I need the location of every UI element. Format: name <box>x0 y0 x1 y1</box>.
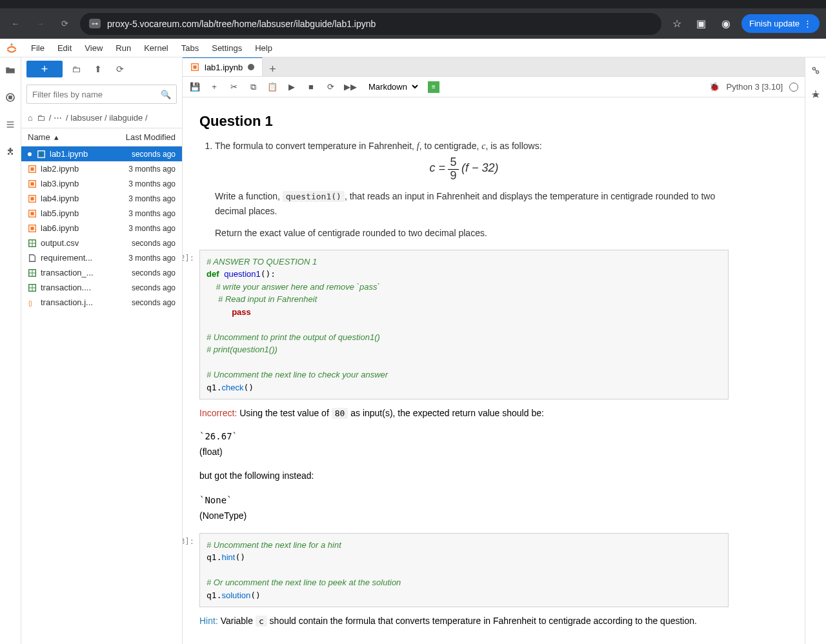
svg-marker-7 <box>40 152 43 156</box>
browser-toolbar: ← → ⟳ ⊶ proxy-5.vocareum.com/lab/tree/ho… <box>0 8 826 39</box>
svg-point-31 <box>816 71 819 74</box>
run-icon[interactable]: ▶ <box>286 82 297 92</box>
cell-type-select[interactable]: Markdown <box>363 80 420 94</box>
svg-line-37 <box>813 96 814 97</box>
url-bar[interactable]: ⊶ proxy-5.vocareum.com/lab/tree/home/lab… <box>80 13 661 35</box>
folder-icon[interactable] <box>4 64 17 77</box>
question-p2: Write a function, question1(), that read… <box>215 189 729 218</box>
stop-icon[interactable]: ■ <box>305 82 317 92</box>
code-cell-1[interactable]: [2]: # ANSWER TO QUESTION 1 def question… <box>183 250 729 400</box>
code-cell-2[interactable]: [3]: # Uncomment the next line for a hin… <box>183 533 729 608</box>
svg-line-38 <box>817 96 818 97</box>
file-row[interactable]: lab4.ipynb3 months ago <box>21 191 182 206</box>
new-launcher-button[interactable]: + <box>26 61 63 77</box>
running-icon[interactable] <box>4 91 17 104</box>
reload-button[interactable]: ⟳ <box>55 15 74 33</box>
file-row[interactable]: transaction....seconds ago <box>21 280 182 295</box>
tab-bar: lab1.ipynb + <box>183 57 805 77</box>
file-row[interactable]: requirement...3 months ago <box>21 250 182 265</box>
right-sidebar <box>805 57 826 644</box>
home-icon[interactable]: ⌂ <box>28 113 33 123</box>
file-list: lab1.ipynbseconds agolab2.ipynb3 months … <box>21 146 182 644</box>
file-row[interactable]: output.csvseconds ago <box>21 236 182 250</box>
menu-run[interactable]: Run <box>110 41 136 55</box>
notebook-icon <box>190 63 199 72</box>
svg-rect-29 <box>193 65 196 68</box>
file-row[interactable]: {}transaction.j...seconds ago <box>21 295 182 310</box>
paste-icon[interactable]: 📋 <box>267 82 278 92</box>
question-p3: Return the exact value of centigrade rou… <box>215 226 729 240</box>
profile-icon[interactable]: ◉ <box>717 17 735 30</box>
new-folder-icon[interactable]: 🗀 <box>68 64 85 74</box>
file-row[interactable]: lab6.ipynb3 months ago <box>21 221 182 236</box>
toc-icon[interactable] <box>4 118 17 131</box>
menu-kernel[interactable]: Kernel <box>139 41 174 55</box>
file-row[interactable]: lab3.ipynb3 months ago <box>21 176 182 191</box>
jupyter-logo-icon <box>5 41 18 54</box>
svg-line-32 <box>815 70 816 70</box>
menu-settings[interactable]: Settings <box>206 41 247 55</box>
svg-rect-2 <box>9 96 12 99</box>
add-tab-button[interactable]: + <box>263 63 283 76</box>
menu-dots-icon: ⋮ <box>803 19 812 28</box>
file-row[interactable]: lab2.ipynb3 months ago <box>21 161 182 176</box>
site-settings-icon[interactable]: ⊶ <box>89 19 101 28</box>
prompt-2: [3]: <box>183 533 199 608</box>
svg-rect-9 <box>30 167 34 170</box>
debugger-icon[interactable] <box>809 88 822 101</box>
breadcrumb[interactable]: ⌂ 🗀 / ⋯ / labsuser / ilabguide / <box>21 108 182 128</box>
filter-input[interactable] <box>32 90 161 99</box>
tab-lab1[interactable]: lab1.ipynb <box>183 57 263 76</box>
sort-up-icon: ▴ <box>54 132 59 142</box>
file-row[interactable]: transaction_...seconds ago <box>21 265 182 280</box>
save-icon[interactable]: 💾 <box>189 82 201 92</box>
breadcrumb-path[interactable]: / labsuser / ilabguide / <box>66 113 147 123</box>
debug-icon[interactable]: 🐞 <box>709 82 720 92</box>
filter-box[interactable]: 🔍 <box>26 85 177 104</box>
svg-rect-15 <box>30 212 34 215</box>
back-button[interactable]: ← <box>6 15 25 33</box>
svg-point-0 <box>10 43 12 45</box>
notebook-scroll[interactable]: Question 1 The formula to convert temper… <box>183 97 805 644</box>
cut-icon[interactable]: ✂ <box>228 82 239 92</box>
col-modified[interactable]: Last Modified <box>111 132 176 142</box>
folder-small-icon[interactable]: 🗀 <box>37 113 45 123</box>
kernel-status-icon[interactable] <box>789 83 798 92</box>
code-box-1[interactable]: # ANSWER TO QUESTION 1 def question1(): … <box>199 250 729 400</box>
menu-help[interactable]: Help <box>250 41 277 55</box>
refresh-icon[interactable]: ⟳ <box>112 64 128 74</box>
add-cell-icon[interactable]: + <box>208 82 220 92</box>
output-2: Hint: Variable c should contain the form… <box>199 614 729 644</box>
svg-text:{}: {} <box>28 299 32 306</box>
svg-rect-17 <box>30 226 34 230</box>
run-all-icon[interactable]: ▶▶ <box>344 82 356 92</box>
url-text: proxy-5.vocareum.com/lab/tree/home/labsu… <box>107 19 376 29</box>
panel-icon[interactable]: ▣ <box>692 17 710 30</box>
render-icon[interactable]: ≡ <box>428 81 439 93</box>
file-row[interactable]: lab1.ipynbseconds ago <box>21 146 182 161</box>
breadcrumb-ellipsis[interactable]: / ⋯ <box>49 113 62 123</box>
menu-tabs[interactable]: Tabs <box>176 41 204 55</box>
tab-label: lab1.ipynb <box>205 63 243 72</box>
file-browser: + 🗀 ⬆ ⟳ 🔍 ⌂ 🗀 / ⋯ / labsuser / ilabguide… <box>21 57 183 644</box>
extensions-icon[interactable] <box>4 145 17 158</box>
restart-icon[interactable]: ⟳ <box>325 82 336 92</box>
property-inspector-icon[interactable] <box>809 64 822 77</box>
menu-view[interactable]: View <box>79 41 108 55</box>
upload-icon[interactable]: ⬆ <box>90 64 106 74</box>
code-box-2[interactable]: # Uncomment the next line for a hint q1.… <box>199 533 729 608</box>
tab-dirty-icon[interactable] <box>248 64 254 70</box>
menu-edit[interactable]: Edit <box>52 41 77 55</box>
bookmark-icon[interactable]: ☆ <box>668 17 686 30</box>
prompt-1: [2]: <box>183 250 199 400</box>
svg-rect-13 <box>30 197 34 200</box>
forward-button[interactable]: → <box>31 15 49 33</box>
finish-update-button[interactable]: Finish update ⋮ <box>741 14 820 33</box>
question-intro: The formula to convert temperature in Fa… <box>215 139 729 154</box>
browser-tabs <box>0 0 826 8</box>
copy-icon[interactable]: ⧉ <box>247 82 259 92</box>
file-row[interactable]: lab5.ipynb3 months ago <box>21 206 182 221</box>
kernel-name[interactable]: Python 3 [3.10] <box>727 82 783 92</box>
col-name[interactable]: Name ▴ <box>28 132 111 142</box>
menu-file[interactable]: File <box>26 41 50 55</box>
